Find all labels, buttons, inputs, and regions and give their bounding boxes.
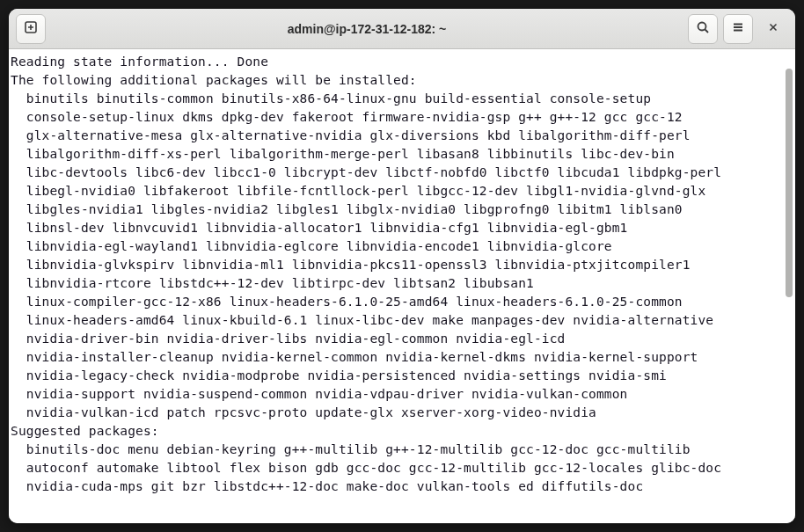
svg-point-3 [698,22,706,30]
terminal-output[interactable]: Reading state information... Done The fo… [9,49,783,523]
search-button[interactable] [688,14,718,44]
window-title: admin@ip-172-31-12-182: ~ [51,22,683,36]
menu-button[interactable] [723,14,753,44]
close-button[interactable] [758,14,788,44]
search-icon [696,20,710,38]
svg-line-4 [705,29,709,33]
scrollbar-track[interactable] [783,49,795,523]
terminal-window: admin@ip-172-31-12-182: ~ [9,9,795,523]
hamburger-icon [731,20,745,38]
close-icon [767,19,779,38]
new-tab-button[interactable] [16,14,46,44]
new-tab-icon [24,20,38,38]
titlebar: admin@ip-172-31-12-182: ~ [9,9,795,49]
scrollbar-thumb[interactable] [786,69,793,297]
content-area: Reading state information... Done The fo… [9,49,795,523]
